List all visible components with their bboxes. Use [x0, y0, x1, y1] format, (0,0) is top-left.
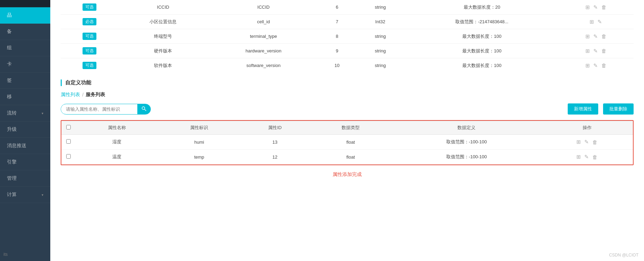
select-all-checkbox[interactable]	[66, 125, 71, 129]
th-type: 数据类型	[309, 121, 392, 135]
edit-icon[interactable]: ✎	[598, 19, 602, 25]
sidebar-item-device[interactable]: 备	[0, 24, 50, 40]
property-table: 属性名称 属性标识 属性ID 数据类型 数据定义 操作 湿度 humi 13 f…	[61, 121, 633, 165]
property-table-wrapper: 属性名称 属性标识 属性ID 数据类型 数据定义 操作 湿度 humi 13 f…	[61, 120, 634, 165]
edit-icon[interactable]: ✎	[584, 139, 589, 145]
copy-icon[interactable]: ⊞	[585, 33, 590, 40]
td-name: ICCID	[118, 0, 208, 15]
sidebar-item-engine[interactable]: 引擎	[0, 154, 50, 170]
copy-icon[interactable]: ⊞	[590, 19, 594, 25]
row-checkbox[interactable]	[66, 139, 71, 144]
td-badge: 可选	[61, 58, 118, 73]
edit-icon[interactable]: ✎	[593, 4, 598, 10]
edit-icon[interactable]: ✎	[593, 62, 598, 69]
td-actions: ⊞ ✎ 🗑	[558, 0, 634, 15]
th-action: 操作	[541, 121, 633, 135]
td-type: float	[309, 135, 392, 150]
add-property-button[interactable]: 新增属性	[568, 103, 598, 115]
search-button[interactable]	[137, 104, 151, 114]
toolbar-row: 新增属性 批量删除	[61, 103, 634, 115]
watermark: CSDN @LCIOT	[609, 253, 638, 258]
td-actions: ⊞ ✎	[558, 15, 634, 29]
td-identifier: ICCID	[208, 0, 319, 15]
th-definition: 数据定义	[392, 121, 541, 135]
th-name: 属性名称	[76, 121, 158, 135]
td-type: string	[355, 0, 406, 15]
sidebar-item-card[interactable]: 卡	[0, 56, 50, 73]
top-data-table: 可选 ICCID ICCID 6 string 最大数据长度：20 ⊞ ✎ 🗑 …	[61, 0, 634, 73]
td-name: 小区位置信息	[118, 15, 208, 29]
search-box[interactable]	[61, 104, 151, 115]
search-input[interactable]	[61, 104, 137, 114]
top-table-area: 可选 ICCID ICCID 6 string 最大数据长度：20 ⊞ ✎ 🗑 …	[61, 0, 634, 73]
td-definition: 取值范围：-2147483648...	[405, 15, 558, 29]
svg-line-1	[145, 109, 146, 111]
table-row: 湿度 humi 13 float 取值范围：-100-100 ⊞ ✎ 🗑	[61, 135, 633, 150]
table-row: 可选 软件版本 software_version 10 string 最大数据长…	[61, 58, 634, 73]
td-checkbox	[61, 150, 76, 165]
table-row: 温度 temp 12 float 取值范围：-100-100 ⊞ ✎ 🗑	[61, 150, 633, 165]
delete-icon[interactable]: 🗑	[601, 48, 607, 54]
edit-icon[interactable]: ✎	[584, 154, 589, 160]
delete-icon[interactable]: 🗑	[592, 154, 598, 160]
sidebar-item-compute[interactable]: 计算 ▾	[0, 187, 50, 203]
th-checkbox	[61, 121, 76, 135]
td-actions: ⊞ ✎ 🗑	[541, 150, 633, 165]
delete-icon[interactable]: 🗑	[601, 62, 607, 68]
td-badge: 可选	[61, 29, 118, 44]
td-identifier: software_version	[208, 58, 319, 73]
td-definition: 最大数据长度：100	[405, 58, 558, 73]
copy-icon[interactable]: ⊞	[576, 139, 581, 145]
sidebar-item-label: 引擎	[7, 159, 17, 165]
sidebar-item-pin[interactable]: 品	[0, 7, 50, 24]
td-name: 软件版本	[118, 58, 208, 73]
copy-icon[interactable]: ⊞	[585, 48, 590, 54]
th-identifier: 属性标识	[158, 121, 241, 135]
td-type: float	[309, 150, 392, 165]
delete-icon[interactable]: 🗑	[601, 4, 607, 10]
td-type: Int32	[355, 15, 406, 29]
td-actions: ⊞ ✎ 🗑	[558, 29, 634, 44]
td-identifier: hardware_version	[208, 44, 319, 58]
sidebar-item-top[interactable]	[0, 0, 50, 7]
td-badge: 可选	[61, 0, 118, 15]
sidebar-item-migrate[interactable]: 移	[0, 89, 50, 105]
batch-delete-button[interactable]: 批量删除	[603, 103, 634, 115]
chevron-down-icon: ▾	[42, 111, 43, 115]
status-badge: 可选	[83, 3, 96, 11]
sidebar-item-push[interactable]: 消息推送	[0, 138, 50, 154]
status-badge: 可选	[83, 47, 96, 54]
sidebar-item-upgrade[interactable]: 升级	[0, 121, 50, 138]
sidebar-item-label: 计算	[7, 192, 17, 198]
sidebar-item-manage[interactable]: 管理	[0, 170, 50, 187]
td-actions: ⊞ ✎ 🗑	[541, 135, 633, 150]
table-row: 可选 硬件版本 hardware_version 9 string 最大数据长度…	[61, 44, 634, 58]
td-badge: 可选	[61, 44, 118, 58]
edit-icon[interactable]: ✎	[593, 48, 598, 54]
td-id: 10	[319, 58, 355, 73]
delete-icon[interactable]: 🗑	[601, 33, 607, 39]
sidebar-item-label: 消息推送	[7, 143, 26, 149]
sidebar-item-group[interactable]: 组	[0, 40, 50, 56]
table-row: 必选 小区位置信息 cell_id 7 Int32 取值范围：-21474836…	[61, 15, 634, 29]
breadcrumb-link[interactable]: 属性列表	[61, 92, 80, 98]
td-type: string	[355, 58, 406, 73]
td-name: 湿度	[76, 135, 158, 150]
copy-icon[interactable]: ⊞	[585, 62, 590, 69]
td-identifier: cell_id	[208, 15, 319, 29]
sidebar-item-label: 签	[7, 77, 12, 84]
sidebar-item-flow[interactable]: 流转 ▾	[0, 105, 50, 121]
sidebar-item-tag[interactable]: 签	[0, 73, 50, 89]
td-id: 6	[319, 0, 355, 15]
copy-icon[interactable]: ⊞	[585, 4, 590, 10]
sidebar-item-label: 移	[7, 94, 12, 100]
td-id: 7	[319, 15, 355, 29]
td-name: 终端型号	[118, 29, 208, 44]
copy-icon[interactable]: ⊞	[576, 154, 581, 160]
td-id: 12	[240, 150, 309, 165]
row-checkbox[interactable]	[66, 154, 71, 159]
delete-icon[interactable]: 🗑	[592, 139, 598, 145]
edit-icon[interactable]: ✎	[593, 33, 598, 40]
sidebar-item-label: 管理	[7, 175, 17, 182]
td-actions: ⊞ ✎ 🗑	[558, 44, 634, 58]
